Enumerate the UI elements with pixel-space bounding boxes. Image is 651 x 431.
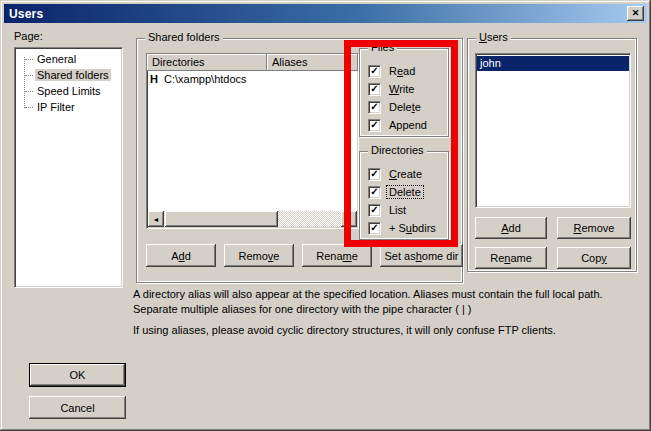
cancel-button[interactable]: Cancel [29, 396, 126, 419]
users-group-label: Users [476, 31, 511, 44]
horizontal-scrollbar[interactable]: ◄ ► [148, 211, 357, 227]
checkbox-row-delete-dir[interactable]: ✓ Delete [368, 185, 423, 199]
check-icon: ✓ [370, 120, 378, 130]
checkbox-label-append[interactable]: Append [387, 119, 429, 131]
listview-header: Directories Aliases [147, 54, 358, 71]
checkbox-delete-dir[interactable]: ✓ [368, 186, 381, 199]
column-header-aliases[interactable]: Aliases [267, 54, 358, 71]
alias-notes: A directory alias will also appear at th… [133, 287, 641, 338]
checkbox-list[interactable]: ✓ [368, 204, 381, 217]
copy-user-button[interactable]: Copy [557, 247, 631, 269]
check-icon: ✓ [370, 84, 378, 94]
check-icon: ✓ [370, 169, 378, 179]
checkbox-label-read[interactable]: Read [387, 65, 417, 77]
list-item-user-john[interactable]: john [477, 56, 629, 71]
checkbox-write[interactable]: ✓ [368, 83, 381, 96]
checkbox-row-delete-file[interactable]: ✓ Delete [368, 100, 423, 114]
page-item-ip-filter[interactable]: IP Filter [15, 99, 122, 115]
users-group: Users john Add Remove Rename Copy [467, 38, 637, 272]
directories-permission-group: Directories ✓ Create ✓ Delete ✓ List ✓ +… [359, 151, 449, 240]
checkbox-label-list[interactable]: List [387, 204, 408, 216]
checkbox-row-write[interactable]: ✓ Write [368, 82, 416, 96]
checkbox-label-delete-dir[interactable]: Delete [387, 186, 423, 198]
remove-folder-button[interactable]: Remove [224, 244, 294, 267]
shared-folders-listview: Directories Aliases H C:\xampp\htdocs ◄ … [146, 53, 359, 229]
files-permission-group: Files ✓ Read ✓ Write ✓ Delete ✓ Append [359, 48, 449, 137]
users-dialog: Users ✕ Page: General Shared folders Spe… [0, 0, 651, 431]
checkbox-row-list[interactable]: ✓ List [368, 203, 408, 217]
checkbox-row-subdirs[interactable]: ✓ + Subdirs [368, 221, 438, 235]
checkbox-create[interactable]: ✓ [368, 168, 381, 181]
add-user-button[interactable]: Add [475, 217, 547, 239]
checkbox-append[interactable]: ✓ [368, 119, 381, 132]
home-dir-marker: H [150, 73, 164, 85]
checkbox-label-write[interactable]: Write [387, 83, 416, 95]
page-item-shared-folders[interactable]: Shared folders [15, 67, 122, 83]
directory-cell: C:\xampp\htdocs [164, 73, 247, 85]
checkbox-row-create[interactable]: ✓ Create [368, 167, 424, 181]
scroll-right-button[interactable]: ► [341, 211, 357, 227]
check-icon: ✓ [370, 102, 378, 112]
files-group-label: Files [368, 41, 397, 54]
remove-user-button[interactable]: Remove [557, 217, 631, 239]
check-icon: ✓ [370, 187, 378, 197]
ok-button[interactable]: OK [29, 363, 126, 387]
checkbox-label-delete-file[interactable]: Delete [387, 101, 423, 113]
checkbox-row-append[interactable]: ✓ Append [368, 118, 429, 132]
arrow-left-icon: ◄ [153, 216, 160, 223]
close-button[interactable]: ✕ [627, 6, 644, 21]
scroll-left-button[interactable]: ◄ [148, 211, 164, 227]
page-item-general[interactable]: General [15, 51, 122, 67]
page-list: General Shared folders Speed Limits IP F… [14, 47, 123, 288]
close-icon: ✕ [632, 9, 640, 18]
checkbox-label-create[interactable]: Create [387, 168, 424, 180]
window-title: Users [9, 7, 43, 21]
checkbox-row-read[interactable]: ✓ Read [368, 64, 417, 78]
checkbox-subdirs[interactable]: ✓ [368, 222, 381, 235]
rename-folder-button[interactable]: Rename [302, 244, 372, 267]
scrollbar-thumb[interactable] [165, 211, 278, 227]
arrow-right-icon: ► [346, 216, 353, 223]
check-icon: ✓ [370, 66, 378, 76]
alias-note-line2: If using aliases, please avoid cyclic di… [133, 323, 641, 338]
add-folder-button[interactable]: Add [146, 244, 216, 267]
alias-note-line1: A directory alias will also appear at th… [133, 287, 641, 317]
page-label: Page: [14, 30, 43, 42]
directories-group-label: Directories [368, 144, 427, 157]
title-bar[interactable]: Users ✕ [4, 4, 647, 23]
users-list: john [475, 53, 631, 208]
shared-folders-group-label: Shared folders [145, 31, 223, 44]
table-row[interactable]: H C:\xampp\htdocs [147, 71, 358, 86]
page-item-speed-limits[interactable]: Speed Limits [15, 83, 122, 99]
rename-user-button[interactable]: Rename [475, 247, 547, 269]
check-icon: ✓ [370, 223, 378, 233]
column-header-directories[interactable]: Directories [147, 54, 267, 71]
checkbox-delete-file[interactable]: ✓ [368, 101, 381, 114]
checkbox-read[interactable]: ✓ [368, 65, 381, 78]
shared-folders-group: Shared folders Directories Aliases H C:\… [136, 38, 463, 283]
check-icon: ✓ [370, 205, 378, 215]
listview-body: H C:\xampp\htdocs [147, 71, 358, 197]
set-as-home-dir-button[interactable]: Set as home dir [380, 244, 463, 267]
checkbox-label-subdirs[interactable]: + Subdirs [387, 222, 438, 234]
